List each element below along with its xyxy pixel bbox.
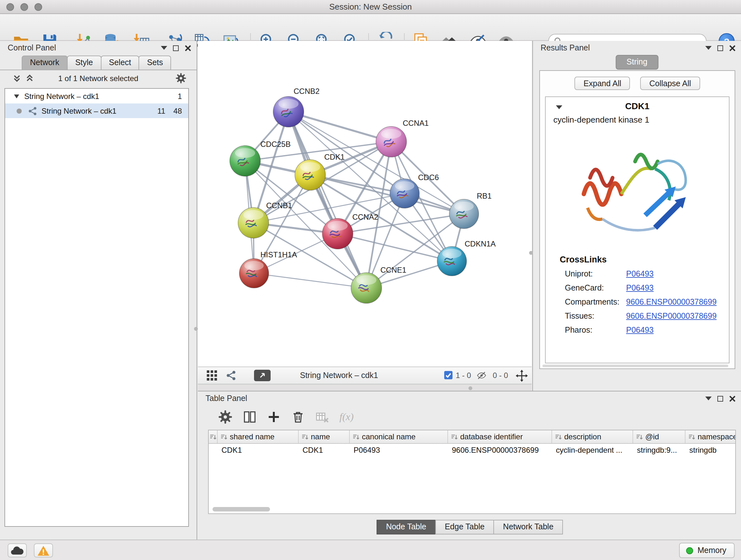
tab-style[interactable]: Style bbox=[67, 56, 102, 70]
table-cell[interactable]: 9606.ENSP00000378699 bbox=[448, 444, 552, 456]
results-scrollbar[interactable] bbox=[542, 365, 728, 367]
memory-status-icon bbox=[686, 547, 693, 554]
network-node-CCNA2[interactable] bbox=[322, 219, 353, 249]
crosslinks-list: Uniprot:P06493GeneCard:P06493Compartment… bbox=[565, 269, 729, 334]
network-node-CDC6[interactable] bbox=[390, 179, 419, 208]
column-header-canonical-name[interactable]: canonical name bbox=[350, 430, 448, 443]
selected-nodes-checkbox[interactable] bbox=[444, 371, 453, 379]
network-node-CDC25B[interactable] bbox=[230, 145, 260, 176]
tab-node-table[interactable]: Node Table bbox=[377, 520, 436, 535]
hidden-items-icon bbox=[476, 371, 487, 382]
crosslinks-heading: CrossLinks bbox=[560, 255, 729, 264]
crosslink-link[interactable]: P06493 bbox=[626, 284, 654, 293]
network-edge-CCNB2-CCNE1[interactable] bbox=[288, 112, 366, 288]
expand-all-button[interactable]: Expand All bbox=[575, 77, 630, 90]
table-row[interactable]: CDK1CDK1P064939606.ENSP00000378699cyclin… bbox=[209, 444, 735, 456]
tab-network[interactable]: Network bbox=[22, 56, 68, 70]
column-header-database-identifier[interactable]: database identifier bbox=[448, 430, 552, 443]
vertical-splitter-handle[interactable] bbox=[529, 251, 533, 255]
collection-expander-icon[interactable] bbox=[14, 95, 19, 101]
hidden-counts: 0 - 0 bbox=[493, 370, 508, 381]
current-network-indicator bbox=[17, 108, 22, 113]
results-panel-float-button[interactable] bbox=[705, 46, 712, 53]
control-panel-maximize-button[interactable] bbox=[173, 45, 179, 51]
network-options-button[interactable] bbox=[176, 73, 186, 84]
network-node-CCNA1[interactable] bbox=[376, 126, 407, 157]
protein-section-header[interactable]: CDK1 bbox=[546, 97, 729, 114]
node-label-CDC25B: CDC25B bbox=[260, 140, 291, 148]
collection-count: 1 bbox=[178, 91, 182, 101]
control-panel-close-button[interactable] bbox=[185, 44, 192, 52]
table-options-button[interactable] bbox=[216, 408, 235, 427]
warnings-button[interactable] bbox=[34, 543, 53, 557]
protein-full-name: cyclin-dependent kinase 1 bbox=[553, 115, 729, 125]
table-cell[interactable]: stringdb:9... bbox=[633, 444, 685, 456]
network-edge-CCNB2-CCNA1[interactable] bbox=[288, 112, 391, 142]
show-columns-button[interactable] bbox=[240, 408, 259, 427]
column-header-namespace[interactable]: namespace bbox=[685, 430, 736, 443]
grid-view-button[interactable] bbox=[207, 370, 217, 382]
network-collection-row[interactable]: String Network – cdk1 1 bbox=[5, 89, 188, 104]
delete-table-button[interactable] bbox=[313, 408, 332, 427]
delete-column-button[interactable] bbox=[288, 408, 308, 427]
table-panel-close-button[interactable] bbox=[729, 395, 736, 402]
network-node-CCNB1[interactable] bbox=[238, 207, 269, 238]
network-node-RB1[interactable] bbox=[449, 199, 479, 229]
column-header-name[interactable]: name bbox=[299, 430, 350, 443]
network-canvas[interactable]: CCNB2CCNA1CDC25BCDK1CDC6RB1CCNB1CCNA2CDK… bbox=[198, 41, 532, 367]
gear-icon bbox=[176, 73, 186, 84]
column-header--id[interactable]: @id bbox=[633, 430, 685, 443]
node-label-CCNB2: CCNB2 bbox=[293, 87, 320, 96]
crosslink-link[interactable]: 9606.ENSP00000378699 bbox=[626, 312, 717, 320]
collapse-all-button[interactable]: Collapse All bbox=[641, 77, 700, 90]
crosslink-link[interactable]: P06493 bbox=[626, 326, 654, 334]
control-panel: Control Panel NetworkStyleSelectSets bbox=[0, 41, 197, 540]
column-header-shared-name[interactable]: shared name bbox=[218, 430, 299, 443]
memory-button[interactable]: Memory bbox=[679, 543, 735, 558]
crosslink-label: Uniprot: bbox=[565, 269, 626, 278]
node-table-header-row: shared namenamecanonical namedatabase id… bbox=[209, 430, 735, 444]
table-cell[interactable]: P06493 bbox=[350, 444, 448, 456]
network-edge-HIST1H1A-CCNE1[interactable] bbox=[254, 273, 366, 288]
panel-splitter-handle[interactable] bbox=[194, 327, 198, 331]
crosslink-link[interactable]: 9606.ENSP00000378699 bbox=[626, 298, 717, 307]
results-panel-close-button[interactable] bbox=[729, 44, 736, 52]
tab-string[interactable]: String bbox=[616, 55, 658, 70]
tab-sets[interactable]: Sets bbox=[139, 56, 172, 70]
network-node-CDK1[interactable] bbox=[295, 160, 326, 190]
tab-select[interactable]: Select bbox=[100, 56, 139, 70]
function-builder-button[interactable]: f(x) bbox=[337, 408, 356, 427]
network-view-title: String Network – cdk1 bbox=[300, 370, 378, 381]
network-node-CCNB2[interactable] bbox=[273, 97, 304, 127]
results-panel-title: Results Panel bbox=[541, 44, 590, 52]
network-node-CDKN1A[interactable] bbox=[437, 246, 467, 276]
cloud-status-button[interactable] bbox=[8, 543, 27, 557]
control-panel-float-button[interactable] bbox=[161, 46, 167, 53]
results-panel-maximize-button[interactable] bbox=[718, 45, 723, 51]
detach-view-button[interactable] bbox=[254, 370, 271, 381]
create-column-button[interactable] bbox=[264, 408, 283, 427]
network-row[interactable]: String Network – cdk1 11 48 bbox=[5, 104, 188, 118]
table-cell[interactable]: CDK1 bbox=[299, 444, 350, 456]
network-node-HIST1H1A[interactable] bbox=[239, 259, 269, 288]
pan-tool-button[interactable] bbox=[516, 370, 528, 384]
crosslink-link[interactable]: P06493 bbox=[626, 269, 654, 278]
network-node-CCNE1[interactable] bbox=[351, 273, 382, 303]
table-panel-maximize-button[interactable] bbox=[718, 396, 723, 401]
table-horizontal-scrollbar[interactable] bbox=[212, 507, 270, 511]
table-cell[interactable]: stringdb bbox=[685, 444, 736, 456]
horizontal-splitter[interactable] bbox=[198, 384, 532, 391]
table-panel-float-button[interactable] bbox=[705, 396, 712, 403]
table-cell[interactable]: CDK1 bbox=[218, 444, 299, 456]
table-panel-header: Table Panel bbox=[198, 391, 741, 404]
crosslink-row: Pharos:P06493 bbox=[565, 326, 729, 334]
string-results-content: Expand All Collapse All CDK1 cyclin-depe… bbox=[539, 70, 735, 369]
plus-icon bbox=[267, 410, 281, 424]
column-header-description[interactable]: description bbox=[552, 430, 633, 443]
birdseye-view-button[interactable] bbox=[226, 370, 236, 382]
table-panel: Table Panel bbox=[198, 391, 741, 540]
tab-edge-table[interactable]: Edge Table bbox=[435, 520, 494, 535]
table-cell[interactable]: cyclin-dependent ... bbox=[552, 444, 633, 456]
tab-network-table[interactable]: Network Table bbox=[493, 520, 563, 535]
network-edge-CCNA2-CDKN1A[interactable] bbox=[338, 234, 452, 261]
